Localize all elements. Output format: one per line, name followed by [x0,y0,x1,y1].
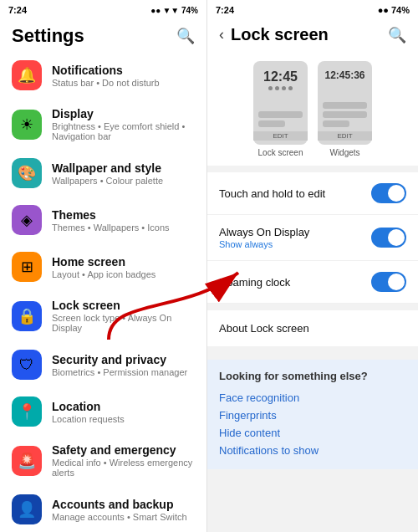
face-recognition-link[interactable]: Face recognition [219,389,406,407]
sidebar-item-display[interactable]: ☀ Display Brightness • Eye comfort shiel… [0,99,206,150]
wallpaper-label: Wallpaper and style [52,161,195,175]
display-sub: Brightness • Eye comfort shield • Naviga… [52,121,195,141]
right-search-icon[interactable]: 🔍 [388,26,406,44]
divider-1 [207,166,418,172]
looking-section: Looking for something else? Face recogni… [207,360,418,469]
always-on-row[interactable]: Always On Display Show always [207,215,418,261]
lockscreen-sub: Screen lock type • Always On Display [52,313,195,333]
settings-list: 🔔 Notifications Status bar • Do not dist… [0,52,206,532]
security-sub: Biometrics • Permission manager [52,367,195,377]
roaming-clock-row[interactable]: Roaming clock [207,261,418,304]
themes-icon: ◈ [12,205,42,235]
sidebar-item-homescreen[interactable]: ⊞ Home screen Layout • App icon badges [0,243,206,290]
location-label: Location [52,400,195,413]
safety-sub: Medical info • Wireless emergency alerts [52,458,195,478]
security-icon: 🛡 [12,350,42,380]
divider-3 [207,346,418,353]
preview-lock-dots [268,86,293,90]
themes-label: Themes [52,208,195,222]
sidebar-item-lockscreen[interactable]: 🔒 Lock screen Screen lock type • Always … [0,290,206,341]
right-title: Lock screen [231,25,329,44]
display-icon: ☀ [12,110,42,140]
touch-hold-toggle[interactable] [371,183,406,203]
security-label: Security and privacy [52,353,195,366]
about-lock-screen-label: About Lock screen [219,322,406,335]
lock-screen-content: 12:45 EDIT Lock screen [207,49,418,532]
preview-lock-edit[interactable]: EDIT [253,131,308,141]
right-status-icons: ●● 74% [378,5,410,15]
about-lock-screen-row[interactable]: About Lock screen [207,310,418,346]
preview-widgets-label: Widgets [329,148,359,157]
right-header: ‹ Lock screen 🔍 [207,18,418,49]
looking-title: Looking for something else? [219,370,406,382]
always-on-label: Always On Display [219,226,371,238]
themes-sub: Themes • Wallpapers • Icons [52,223,195,233]
sidebar-item-location[interactable]: 📍 Location Location requests [0,388,206,435]
preview-widgets-edit[interactable]: EDIT [318,131,372,141]
homescreen-label: Home screen [52,255,195,269]
left-status-bar: 7:24 ●● ▼▼ 74% [0,0,206,18]
right-status-bar: 7:24 ●● 74% [207,0,418,18]
touch-hold-label: Touch and hold to edit [219,187,371,200]
accounts-label: Accounts and backup [52,498,195,511]
roaming-clock-label: Roaming clock [219,276,371,289]
settings-header: Settings 🔍 [0,18,206,52]
accounts-sub: Manage accounts • Smart Switch [52,512,195,522]
notifications-sub: Status bar • Do not disturb [52,78,195,88]
touch-hold-row[interactable]: Touch and hold to edit [207,172,418,215]
always-on-sub: Show always [219,239,371,249]
lockscreen-icon: 🔒 [12,301,42,331]
right-panel: 7:24 ●● 74% ‹ Lock screen 🔍 12:45 [207,0,418,532]
location-icon: 📍 [12,396,42,427]
location-sub: Location requests [52,414,195,424]
homescreen-sub: Layout • App icon badges [52,269,195,279]
roaming-clock-toggle[interactable] [371,272,406,292]
sidebar-item-themes[interactable]: ◈ Themes Themes • Wallpapers • Icons [0,197,206,243]
notifications-to-show-link[interactable]: Notifications to show [219,442,406,459]
fingerprints-link[interactable]: Fingerprints [219,407,406,424]
settings-title: Settings [12,25,84,47]
always-on-toggle[interactable] [371,228,406,248]
left-panel: 7:24 ●● ▼▼ 74% Settings 🔍 🔔 Notification… [0,0,207,532]
accounts-icon: 👤 [12,494,42,524]
preview-widgets-phone: 12:45:36 EDIT [318,61,372,145]
sidebar-item-wallpaper[interactable]: 🎨 Wallpaper and style Wallpapers • Colou… [0,150,206,197]
right-time: 7:24 [216,5,234,15]
search-icon[interactable]: 🔍 [176,27,195,45]
hide-content-link[interactable]: Hide content [219,424,406,442]
preview-section: 12:45 EDIT Lock screen [207,49,418,166]
sidebar-item-security[interactable]: 🛡 Security and privacy Biometrics • Perm… [0,341,206,388]
sidebar-item-notifications[interactable]: 🔔 Notifications Status bar • Do not dist… [0,52,206,99]
preview-lock-label: Lock screen [258,148,303,157]
notifications-label: Notifications [52,64,195,77]
sidebar-item-safety[interactable]: 🚨 Safety and emergency Medical info • Wi… [0,435,206,486]
display-label: Display [52,107,195,120]
homescreen-icon: ⊞ [12,252,42,282]
wallpaper-icon: 🎨 [12,158,42,188]
sidebar-item-accounts[interactable]: 👤 Accounts and backup Manage accounts • … [0,486,206,532]
preview-lock-phone: 12:45 EDIT [253,61,308,145]
left-time: 7:24 [8,5,27,15]
lockscreen-label: Lock screen [52,299,195,312]
preview-widgets-time: 12:45:36 [324,69,364,81]
preview-card-widgets[interactable]: 12:45:36 EDIT Widgets [318,61,372,157]
back-icon[interactable]: ‹ [219,26,224,43]
divider-2 [207,304,418,310]
preview-lock-time: 12:45 [263,69,298,84]
notifications-icon: 🔔 [12,60,42,90]
left-status-icons: ●● ▼▼ 74% [150,6,198,15]
wallpaper-sub: Wallpapers • Colour palette [52,176,195,186]
preview-card-lock[interactable]: 12:45 EDIT Lock screen [253,61,308,157]
safety-icon: 🚨 [12,446,42,476]
safety-label: Safety and emergency [52,443,195,457]
